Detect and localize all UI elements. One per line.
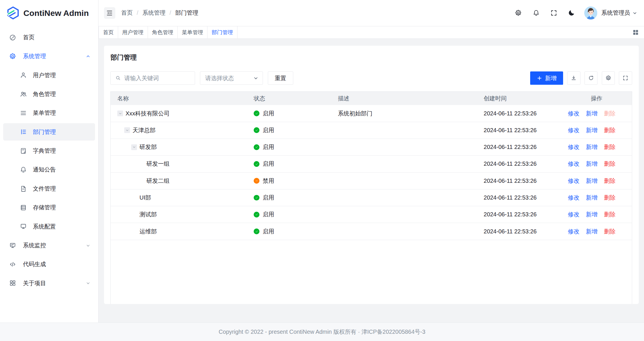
sidebar-item-角色管理[interactable]: 角色管理: [3, 86, 95, 103]
description-cell: [331, 156, 477, 172]
sidebar-item-关于项目[interactable]: 关于项目: [3, 274, 95, 292]
edit-link[interactable]: 修改: [568, 110, 580, 117]
download-icon[interactable]: [567, 71, 580, 84]
sidebar-item-字典管理[interactable]: 字典管理: [3, 142, 95, 160]
dept-name: UI部: [140, 194, 151, 202]
tree-icon: [20, 128, 27, 136]
avatar[interactable]: [584, 6, 597, 19]
table-body: Xxx科技有限公司启用系统初始部门2024-06-11 22:53:26修改新增…: [111, 105, 632, 240]
user-name[interactable]: 系统管理员: [601, 9, 630, 17]
user-icon: [20, 71, 27, 79]
dept-name: 研发部: [140, 143, 157, 151]
status-check-icon: [254, 144, 259, 150]
tab-用户管理[interactable]: 用户管理: [118, 26, 148, 38]
edit-link[interactable]: 修改: [568, 211, 580, 218]
column-header-操作: 操作: [561, 92, 632, 105]
sidebar-item-系统监控[interactable]: 系统监控: [3, 237, 95, 254]
sidebar-item-label: 通知公告: [33, 166, 91, 174]
status-cell: 启用: [247, 156, 331, 172]
sidebar-item-用户管理[interactable]: 用户管理: [3, 67, 95, 84]
add-link[interactable]: 新增: [586, 160, 597, 168]
menu-lines-icon: [20, 109, 27, 117]
created-time-cell: 2024-06-11 22:53:26: [477, 173, 561, 189]
chevron-down-icon[interactable]: [632, 10, 637, 16]
edit-link[interactable]: 修改: [568, 177, 580, 185]
status-select[interactable]: 请选择状态: [200, 71, 263, 84]
breadcrumb-home[interactable]: 首页: [121, 9, 133, 17]
edit-link[interactable]: 修改: [568, 126, 580, 134]
tab-首页[interactable]: 首页: [99, 26, 118, 38]
column-header-状态: 状态: [247, 92, 331, 105]
delete-link[interactable]: 删除: [604, 228, 616, 235]
main-area: 首页 / 系统管理 / 部门管理: [99, 0, 644, 341]
sidebar-item-菜单管理[interactable]: 菜单管理: [3, 104, 95, 122]
refresh-icon[interactable]: [584, 71, 597, 84]
status-label: 启用: [263, 110, 274, 117]
add-link[interactable]: 新增: [586, 143, 597, 151]
dept-name: 研发一组: [146, 160, 170, 168]
delete-link[interactable]: 删除: [604, 160, 616, 168]
settings-icon[interactable]: [515, 9, 522, 17]
add-button[interactable]: 新增: [530, 71, 563, 84]
tab-bar: 首页用户管理角色管理菜单管理部门管理: [99, 26, 644, 39]
app-window: ContiNew Admin 首页系统管理用户管理角色管理菜单管理部门管理字典管…: [0, 0, 644, 341]
table-row: 研发二组禁用2024-06-11 22:53:26修改新增删除: [111, 173, 632, 189]
delete-link[interactable]: 删除: [604, 194, 616, 202]
settings-icon[interactable]: [602, 71, 615, 84]
expand-caret-icon[interactable]: [124, 127, 130, 133]
tab-角色管理[interactable]: 角色管理: [148, 26, 178, 38]
sidebar-item-label: 文件管理: [33, 185, 91, 193]
delete-link[interactable]: 删除: [604, 177, 616, 185]
status-check-icon: [254, 212, 259, 217]
brand[interactable]: ContiNew Admin: [0, 0, 98, 26]
sidebar-item-label: 系统监控: [23, 242, 85, 249]
sidebar-item-label: 首页: [23, 34, 91, 41]
delete-link[interactable]: 删除: [604, 110, 616, 117]
sidebar-item-系统配置[interactable]: 系统配置: [3, 218, 95, 235]
reset-button[interactable]: 重置: [268, 71, 293, 84]
column-header-名称: 名称: [111, 92, 247, 105]
status-select-placeholder: 请选择状态: [205, 74, 253, 82]
sidebar-item-代码生成[interactable]: 代码生成: [3, 256, 95, 273]
sidebar-item-存储管理[interactable]: 存储管理: [3, 199, 95, 216]
sidebar-item-label: 系统管理: [23, 52, 85, 60]
edit-link[interactable]: 修改: [568, 143, 580, 151]
actions-cell: 修改新增删除: [561, 156, 632, 172]
grid-icon[interactable]: [632, 29, 639, 36]
tab-部门管理[interactable]: 部门管理: [207, 26, 237, 38]
moon-icon[interactable]: [568, 9, 575, 17]
edit-link[interactable]: 修改: [568, 194, 580, 202]
status-check-icon: [254, 195, 259, 201]
edit-link[interactable]: 修改: [568, 160, 580, 168]
breadcrumb-system[interactable]: 系统管理: [142, 9, 166, 17]
status-check-icon: [254, 161, 259, 167]
sidebar-item-通知公告[interactable]: 通知公告: [3, 161, 95, 178]
add-link[interactable]: 新增: [586, 194, 597, 202]
sidebar-item-文件管理[interactable]: 文件管理: [3, 180, 95, 197]
copyright-text: Copyright © 2022 - present ContiNew Admi…: [219, 328, 426, 336]
expand-caret-icon[interactable]: [117, 110, 123, 116]
delete-link[interactable]: 删除: [604, 126, 616, 134]
add-link[interactable]: 新增: [586, 177, 597, 185]
delete-link[interactable]: 删除: [604, 143, 616, 151]
tab-菜单管理[interactable]: 菜单管理: [178, 26, 207, 38]
search-input[interactable]: [124, 75, 191, 82]
dashboard-icon: [9, 34, 16, 41]
add-link[interactable]: 新增: [586, 228, 597, 235]
sidebar-item-系统管理[interactable]: 系统管理: [3, 48, 95, 65]
sidebar-item-首页[interactable]: 首页: [3, 29, 95, 46]
delete-link[interactable]: 删除: [604, 211, 616, 218]
status-cell: 启用: [247, 206, 331, 223]
menu-fold-icon[interactable]: [104, 7, 116, 19]
sidebar-item-部门管理[interactable]: 部门管理: [3, 123, 95, 141]
bell-icon[interactable]: [532, 9, 540, 17]
fullscreen-icon[interactable]: [550, 9, 558, 17]
add-link[interactable]: 新增: [586, 110, 597, 117]
expand-caret-icon[interactable]: [131, 144, 137, 150]
edit-link[interactable]: 修改: [568, 228, 580, 235]
status-cell: 启用: [247, 139, 331, 155]
add-link[interactable]: 新增: [586, 211, 597, 218]
footer: Copyright © 2022 - present ContiNew Admi…: [0, 322, 644, 341]
add-link[interactable]: 新增: [586, 126, 597, 134]
expand-icon[interactable]: [619, 71, 632, 84]
